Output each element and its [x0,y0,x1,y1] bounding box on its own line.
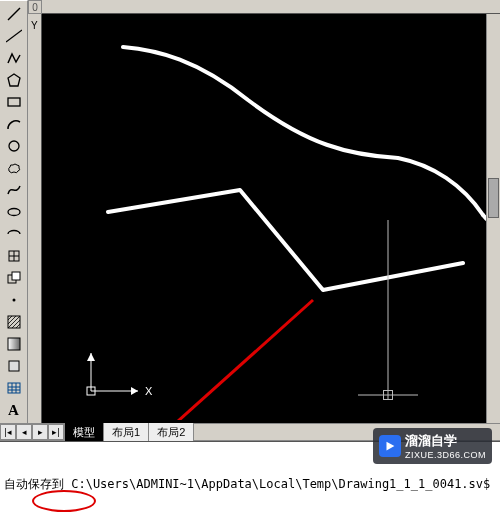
tab-nav-last[interactable]: ▸| [48,424,64,440]
tab-nav-first[interactable]: |◂ [0,424,16,440]
svg-rect-13 [8,383,20,393]
svg-marker-2 [8,74,20,86]
xline-tool[interactable] [3,26,25,46]
svg-rect-11 [8,338,20,350]
ellipse-arc-tool[interactable] [3,224,25,244]
pickbox-cursor [383,390,393,400]
region-tool[interactable] [3,356,25,376]
svg-point-9 [12,299,15,302]
cmd-history-line: 自动保存到 C:\Users\ADMINI~1\AppData\Local\Te… [4,476,496,492]
circle-tool[interactable] [3,136,25,156]
svg-marker-17 [131,387,138,395]
watermark-url: ZIXUE.3D66.COM [405,450,486,460]
drawing-area[interactable]: Y 0 甘 [28,0,500,423]
line-tool[interactable] [3,4,25,24]
text-tool[interactable]: A [3,400,25,420]
ucs-icon: X [83,351,153,403]
svg-rect-12 [9,361,19,371]
arc-tool[interactable] [3,114,25,134]
polygon-tool[interactable] [3,70,25,90]
svg-line-0 [8,8,20,20]
svg-marker-19 [87,353,95,361]
svg-point-4 [9,141,19,151]
tab-nav-prev[interactable]: ◂ [16,424,32,440]
draw-toolbar: A [0,0,28,423]
insert-block-tool[interactable] [3,246,25,266]
tab-layout1[interactable]: 布局1 [103,422,149,442]
rectangle-tool[interactable] [3,92,25,112]
revcloud-tool[interactable] [3,158,25,178]
polyline-tool[interactable] [3,48,25,68]
watermark: 溜溜自学 ZIXUE.3D66.COM [373,428,492,464]
hatch-tool[interactable] [3,312,25,332]
tab-model[interactable]: 模型 [64,422,104,442]
ellipse-tool[interactable] [3,202,25,222]
table-tool[interactable] [3,378,25,398]
drawing-vertical-scrollbar[interactable] [486,14,500,423]
point-tool[interactable] [3,290,25,310]
spline-tool[interactable] [3,180,25,200]
gradient-tool[interactable] [3,334,25,354]
watermark-logo-icon [379,435,401,457]
svg-point-5 [8,209,20,216]
svg-rect-8 [12,272,20,280]
svg-rect-3 [8,98,20,106]
make-block-tool[interactable] [3,268,25,288]
watermark-title: 溜溜自学 [405,432,486,450]
svg-marker-23 [386,442,394,451]
tab-layout2[interactable]: 布局2 [148,422,194,442]
svg-line-1 [6,30,22,42]
tab-nav-next[interactable]: ▸ [32,424,48,440]
ucs-x-label: X [145,385,153,397]
